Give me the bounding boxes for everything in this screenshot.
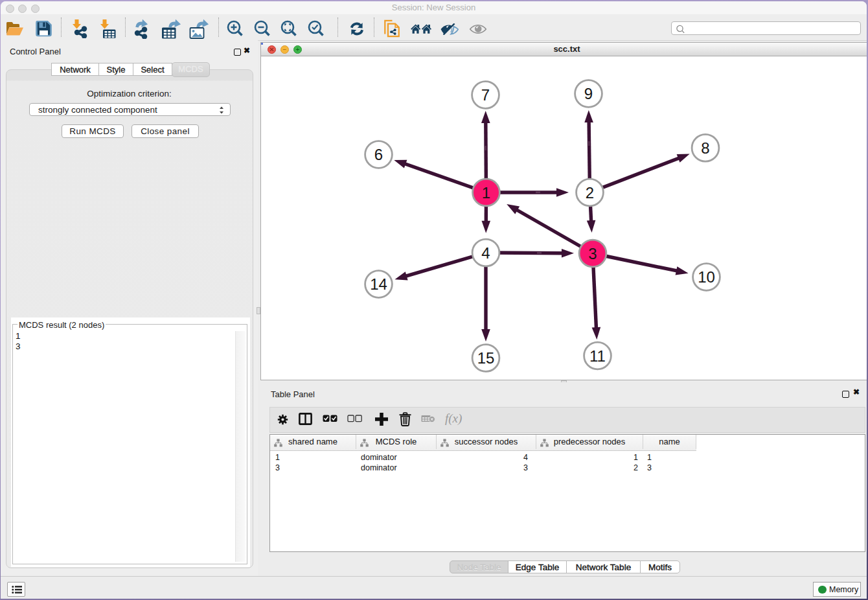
svg-text:8: 8	[701, 139, 709, 157]
svg-text:3: 3	[588, 245, 597, 262]
svg-text:10: 10	[698, 268, 715, 286]
svg-text:6: 6	[374, 146, 383, 163]
svg-text:7: 7	[481, 86, 490, 104]
svg-text:11: 11	[589, 347, 606, 365]
svg-text:1: 1	[482, 184, 490, 202]
svg-text:15: 15	[477, 349, 495, 367]
svg-text:9: 9	[584, 85, 593, 102]
svg-text:14: 14	[370, 275, 387, 293]
svg-text:4: 4	[481, 244, 490, 262]
svg-text:2: 2	[586, 184, 594, 202]
